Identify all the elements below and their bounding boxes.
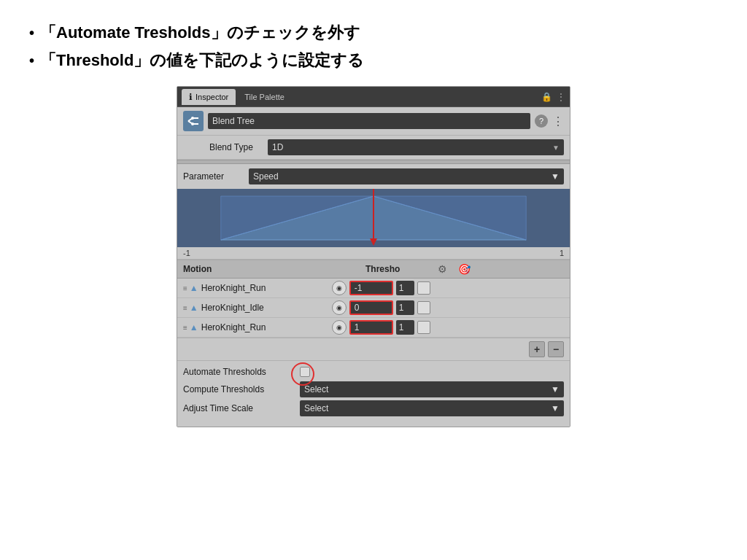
col-icon1-header: ⚙: [431, 263, 453, 275]
tab-actions: 🔒 ⋮: [541, 92, 565, 102]
highlight-automate: Automate Tresholds: [56, 23, 210, 42]
motion-target-btn[interactable]: ◉: [332, 320, 347, 335]
graph-min-label: -1: [183, 249, 190, 257]
compute-label: Compute Thresholds: [183, 384, 300, 394]
table-row: ≡ ▲ HeroKnight_Run ◉ 1 1: [177, 318, 570, 338]
motion-table-footer: + −: [177, 338, 570, 360]
table-row: ≡ ▲ HeroKnight_Idle ◉ 0 1: [177, 298, 570, 318]
menu-icon[interactable]: ⋮: [557, 92, 565, 102]
tile-palette-tab-label: Tile Palette: [244, 93, 285, 101]
blend-type-arrow: ▼: [552, 144, 560, 152]
tab-tile-palette[interactable]: Tile Palette: [237, 90, 292, 104]
graph-max-label: 1: [560, 249, 564, 257]
parameter-select[interactable]: Speed ▼: [249, 168, 564, 184]
svg-point-4: [191, 117, 194, 120]
compute-value: Select: [304, 384, 328, 394]
blend-tree-title[interactable]: [208, 113, 530, 129]
compute-select[interactable]: Select ▼: [300, 381, 564, 397]
parameter-row: Parameter Speed ▼: [177, 164, 570, 189]
blend-type-select[interactable]: 1D ▼: [268, 139, 564, 155]
blend-actions: ? ⋮: [535, 114, 564, 128]
compute-arrow: ▼: [551, 384, 560, 394]
motion-icon: ▲: [190, 283, 198, 293]
col-threshold-header: Thresho: [365, 264, 431, 274]
drag-handle[interactable]: ≡: [183, 324, 187, 332]
speed-value[interactable]: 1: [396, 300, 414, 315]
automate-checkbox[interactable]: [300, 367, 310, 377]
remove-row-button[interactable]: −: [548, 341, 564, 357]
speed-value[interactable]: 1: [396, 281, 414, 295]
parameter-value: Speed: [253, 171, 279, 182]
motion-name: HeroKnight_Run: [201, 283, 266, 293]
motion-target-btn[interactable]: ◉: [332, 281, 347, 295]
inspector-panel: ℹ Inspector Tile Palette 🔒 ⋮: [177, 86, 570, 427]
automate-thresholds-row: Automate Thresholds: [183, 367, 564, 377]
motion-target-btn[interactable]: ◉: [332, 300, 347, 315]
add-row-button[interactable]: +: [529, 341, 545, 357]
row-checkbox[interactable]: [417, 301, 430, 314]
adjust-select[interactable]: Select ▼: [300, 400, 564, 416]
bullet-item-1: • 「Automate Tresholds」のチェックを外す: [29, 22, 718, 44]
motion-name-cell: ▲ HeroKnight_Run: [190, 322, 332, 332]
highlight-threshold: Threshold: [56, 51, 133, 69]
bottom-section: Automate Thresholds Compute Thresholds S…: [177, 360, 570, 427]
drag-handle[interactable]: ≡: [183, 284, 187, 292]
motion-name: HeroKnight_Idle: [201, 303, 264, 313]
svg-point-5: [191, 122, 194, 125]
adjust-value: Select: [304, 403, 328, 413]
parameter-arrow: ▼: [551, 171, 560, 182]
motion-name-cell: ▲ HeroKnight_Idle: [190, 303, 332, 313]
col-icon2-header: 🎯: [453, 263, 475, 275]
threshold-value[interactable]: 1: [349, 320, 393, 335]
inspector-wrapper: ℹ Inspector Tile Palette 🔒 ⋮: [29, 86, 718, 427]
motion-table-header: Motion Thresho ⚙ 🎯: [177, 260, 570, 279]
motion-name: HeroKnight_Run: [201, 322, 266, 332]
graph-labels: -1 1: [177, 247, 570, 260]
bullet-item-2: • 「Threshold」の値を下記のように設定する: [29, 50, 718, 71]
blend-type-label: Blend Type: [209, 142, 268, 152]
automate-label: Automate Thresholds: [183, 367, 300, 377]
row-checkbox[interactable]: [417, 281, 430, 295]
blend-menu-icon[interactable]: ⋮: [552, 114, 564, 128]
adjust-arrow: ▼: [551, 403, 560, 413]
col-motion-header: Motion: [183, 264, 344, 274]
speed-value[interactable]: 1: [396, 320, 414, 335]
inspector-icon: ℹ: [189, 92, 193, 102]
lock-icon[interactable]: 🔒: [541, 92, 552, 102]
motion-name-cell: ▲ HeroKnight_Run: [190, 283, 332, 293]
blend-help-icon[interactable]: ?: [535, 114, 548, 128]
instruction-list: • 「Automate Tresholds」のチェックを外す • 「Thresh…: [29, 22, 718, 71]
tab-inspector[interactable]: ℹ Inspector: [182, 89, 236, 105]
table-row: ≡ ▲ HeroKnight_Run ◉ -1 1: [177, 279, 570, 298]
blend-tree-header: ? ⋮: [177, 107, 570, 136]
row-checkbox[interactable]: [417, 321, 430, 334]
drag-handle[interactable]: ≡: [183, 304, 187, 312]
parameter-label: Parameter: [183, 171, 249, 182]
blend-type-value: 1D: [272, 142, 283, 152]
adjust-label: Adjust Time Scale: [183, 403, 300, 413]
motion-icon: ▲: [190, 322, 198, 332]
blend-type-row: Blend Type 1D ▼: [177, 136, 570, 160]
motion-icon: ▲: [190, 303, 198, 313]
threshold-value[interactable]: -1: [349, 281, 393, 295]
motion-table: Motion Thresho ⚙ 🎯 ≡ ▲ HeroKnight_Run ◉ …: [177, 260, 570, 360]
adjust-time-scale-row: Adjust Time Scale Select ▼: [183, 400, 564, 416]
inspector-tab-label: Inspector: [196, 93, 228, 101]
blend-tree-icon: [183, 111, 204, 131]
compute-thresholds-row: Compute Thresholds Select ▼: [183, 381, 564, 397]
threshold-value[interactable]: 0: [349, 300, 393, 315]
blend-graph: [177, 189, 570, 247]
tab-bar: ℹ Inspector Tile Palette 🔒 ⋮: [177, 87, 570, 107]
